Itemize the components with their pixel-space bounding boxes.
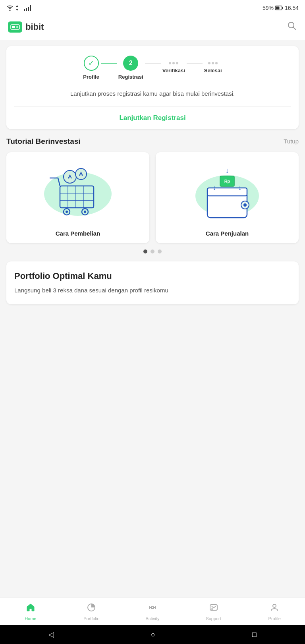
time-display: 16.54 [285,5,299,11]
svg-text:Rp: Rp [224,179,230,184]
nav-portfolio[interactable]: Portfolio [61,601,122,623]
status-left-icons [6,5,31,11]
step-1-label: Profile [83,74,99,80]
tutorial-section-header: Tutorial Berinvestasi Tutup [6,137,299,146]
svg-point-46 [211,608,213,610]
nav-profile[interactable]: Profile [244,601,305,623]
tutorial-close-button[interactable]: Tutup [284,138,299,145]
card-penjualan-title: Cara Penjualan [162,230,292,237]
home-icon [26,603,35,615]
main-content: ✓ Profile 2 Registrasi [0,40,305,394]
step-3-circle [169,62,178,64]
step-4-circle [208,62,218,64]
svg-point-47 [273,604,276,607]
pagination-dot-3 [158,249,162,253]
card-pembelian-title: Cara Pembelian [13,230,143,237]
nav-support[interactable]: Support [183,601,244,623]
svg-marker-1 [16,5,18,7]
svg-point-23 [66,211,68,213]
svg-rect-6 [30,5,31,11]
svg-rect-5 [28,7,29,11]
step-4-dots [208,62,218,64]
tutorial-card-penjualan[interactable]: Rp ↓ ↓ ↓ Cara Penjualan [156,152,299,243]
step-4-dot-1 [208,62,210,64]
step-1: ✓ Profile [83,56,99,80]
shopping-cart-illustration [38,164,118,220]
step-line-1 [101,63,117,64]
app-header: bibit [0,16,305,40]
battery-icon [275,6,283,10]
android-navigation-bar: ◁ ○ □ [0,625,305,644]
svg-line-14 [293,27,296,30]
step-3-dot-1 [169,62,171,64]
profile-icon [270,603,279,615]
step-3: Verifikasi [162,62,185,73]
svg-text:↓: ↓ [238,184,242,191]
svg-rect-9 [276,7,279,10]
search-button[interactable] [287,21,297,33]
step-3-dots [169,62,178,64]
card-image-pembelian [13,160,143,224]
step-4-dot-2 [212,62,214,64]
pagination-dot-2 [151,249,154,253]
step-2-circle: 2 [123,56,138,71]
logo-text: bibit [25,22,44,32]
activity-icon [148,603,157,615]
pagination-dots [6,249,299,253]
step-line-2 [145,63,161,64]
tutorial-card-pembelian[interactable]: Cara Pembelian [6,152,149,243]
step-1-circle: ✓ [84,56,99,71]
status-bar: 59% 16.54 [0,0,305,16]
step-4: Selesai [204,62,222,73]
android-home-button[interactable]: ○ [151,630,155,639]
svg-rect-8 [282,7,283,9]
svg-text:↓: ↓ [213,184,216,191]
svg-point-34 [243,203,247,207]
battery-percent: 59% [263,5,274,11]
bottom-spacer [6,336,299,388]
registration-description: Lanjutkan proses registrasi kamu agar bi… [14,86,291,106]
bottom-navigation: Home Portfolio Activity [0,598,305,625]
portfolio-nav-label: Portfolio [83,616,99,621]
support-icon [209,603,218,615]
tutorial-cards-container: Cara Pembelian [6,152,299,243]
android-recent-button[interactable]: □ [252,630,257,639]
tutorial-title: Tutorial Berinvestasi [6,137,81,146]
step-4-label: Selesai [204,68,222,73]
tutorial-section: Tutorial Berinvestasi Tutup [6,137,299,253]
profile-nav-label: Profile [268,616,281,621]
step-2-label: Registrasi [118,74,143,80]
svg-point-0 [10,10,11,11]
continue-registration-button[interactable]: Lanjutkan Registrasi [14,107,291,129]
registration-card: ✓ Profile 2 Registrasi [6,46,299,129]
step-3-dot-2 [172,62,175,64]
nav-activity[interactable]: Activity [122,601,183,623]
wifi-icon [6,5,14,11]
step-3-label: Verifikasi [162,68,185,73]
portfolio-title: Portfolio Optimal Kamu [14,271,291,281]
status-right-info: 59% 16.54 [263,5,299,11]
svg-rect-4 [26,8,27,11]
steps-progress: ✓ Profile 2 Registrasi [14,56,291,80]
android-back-button[interactable]: ◁ [48,630,54,639]
bibit-logo-icon [8,21,22,33]
step-3-dot-3 [176,62,178,64]
svg-text:↓: ↓ [226,166,229,174]
step-4-dot-3 [215,62,218,64]
cell-signal-icon [24,5,31,11]
portfolio-optimal-section: Portfolio Optimal Kamu Langsung beli 3 r… [6,261,299,305]
signal-arrows-icon [16,5,21,11]
activity-nav-label: Activity [146,616,160,621]
step-2: 2 Registrasi [118,56,143,80]
portfolio-icon [87,603,96,615]
pagination-dot-1 [143,249,147,253]
portfolio-description: Langsung beli 3 reksa dana sesuai dengan… [14,286,291,295]
wallet-illustration: Rp ↓ ↓ ↓ [187,164,267,220]
nav-home[interactable]: Home [0,601,61,623]
card-image-penjualan: Rp ↓ ↓ ↓ [162,160,292,224]
support-nav-label: Support [206,616,221,621]
svg-marker-2 [16,9,18,11]
svg-rect-11 [12,26,15,28]
home-nav-label: Home [25,616,36,621]
svg-rect-3 [24,9,25,11]
